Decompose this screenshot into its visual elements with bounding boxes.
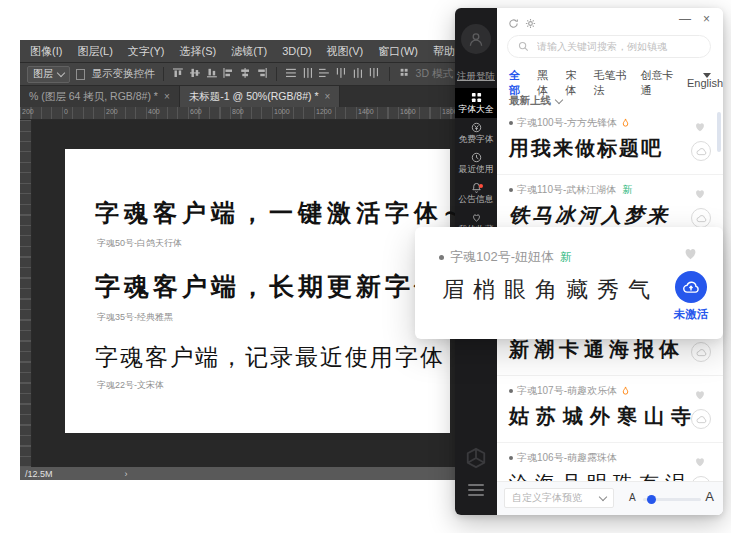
category-dropdown-icon[interactable] [703,73,711,78]
favorite-heart-icon[interactable] [693,453,707,471]
hamburger-menu-icon[interactable] [468,481,484,499]
menu-item-select[interactable]: 选择(S) [180,44,217,59]
ruler-tick: 600 [190,108,202,115]
align-center-icon[interactable] [240,68,251,80]
divider [276,67,277,81]
favorite-heart-icon[interactable] [682,245,699,264]
font-preview-card[interactable]: 字魂102号-妞妞体 新 眉梢眼角藏秀气 未激活 [415,227,723,339]
tab-songti[interactable]: 宋体 [566,68,584,98]
font-size-large-label: A [705,489,714,504]
slider-thumb[interactable] [647,495,656,504]
sidebar-item-font-library[interactable]: 字体大全 [455,88,497,118]
tab-cartoon[interactable]: 创意卡通 [640,68,677,98]
font-size-slider[interactable] [643,498,701,501]
close-button[interactable]: × [703,12,710,26]
scrollbar-thumb[interactable] [717,112,721,152]
login-link[interactable]: 注册登陆 [455,70,497,83]
hot-icon [621,118,630,128]
divider [163,67,164,81]
distribute-middle-icon[interactable] [303,68,314,80]
ruler-tick: 0 [64,108,68,115]
heart-icon [471,212,482,223]
chevron-down-icon [57,68,65,76]
align-middle-icon[interactable] [190,68,201,80]
document-tab[interactable]: % (图层 64 拷贝, RGB/8#) * × [20,86,180,107]
menu-item-image[interactable]: 图像(I) [30,44,62,59]
download-cloud-icon[interactable] [691,409,711,429]
tab-brush[interactable]: 毛笔书法 [594,68,631,98]
align-bottom-icon[interactable] [207,68,218,80]
ruler-tick: 200 [106,108,118,115]
status-chevron-icon[interactable]: › [125,469,128,479]
font-sample-label: 字魂35号-经典雅黑 [97,311,173,324]
search-input[interactable] [535,40,700,53]
layer-mode-dropdown[interactable]: 图层 [27,66,70,83]
section-header: 最新上线 [509,94,562,108]
document-tab-active[interactable]: 未标题-1 @ 50%(RGB/8#) * × [180,86,341,107]
tab-english[interactable]: English [687,77,723,89]
show-transform-checkbox[interactable] [76,69,85,80]
favorite-heart-icon[interactable] [693,185,707,203]
menu-item-type[interactable]: 文字(Y) [128,44,165,59]
vertical-ruler [20,120,32,467]
menu-bar: 图像(I) 图层(L) 文字(Y) 选择(S) 滤镜(T) 3D(D) 视图(V… [20,40,460,63]
download-cloud-icon[interactable] [691,141,711,161]
sidebar-item-label: 字体大全 [459,104,494,113]
sidebar-item-announcements[interactable]: 公告信息 [455,178,497,208]
font-row[interactable]: 字魂100号-方方先锋体 用我来做标题吧 [497,108,723,175]
status-bar: /12.5M › [20,467,460,480]
avatar[interactable] [461,24,491,54]
search-box[interactable] [507,35,711,58]
ruler-tick: 800 [232,108,244,115]
distribute-top-icon[interactable] [286,68,297,80]
document-canvas[interactable]: 字魂客户端，一键激活字体~ 字魂50号-白鸽天行体 字魂客户端，长期更新字体 字… [65,149,450,433]
preview-text-dropdown[interactable]: 自定义字体预览 [504,488,614,508]
refresh-icon[interactable] [508,15,519,33]
menu-item-view[interactable]: 视图(V) [327,44,364,59]
font-name: 字魂106号-萌趣露珠体 [517,451,617,465]
font-sample-label: 字魂50号-白鸽天行体 [97,237,182,250]
settings-gear-icon[interactable] [525,15,536,33]
distribute-bottom-icon[interactable] [319,68,330,80]
minimize-button[interactable]: — [679,12,691,26]
favorite-heart-icon[interactable] [693,386,707,404]
menu-item-3d[interactable]: 3D(D) [282,45,311,57]
ruler-tick: 1200 [316,108,332,115]
grid-icon[interactable] [399,68,410,80]
bullet-dot [509,389,513,393]
download-cloud-icon[interactable] [691,208,711,228]
preview-dropdown-label: 自定义字体预览 [512,491,582,505]
close-icon[interactable]: × [164,91,170,102]
activate-cloud-button[interactable] [675,271,707,303]
menu-item-layer[interactable]: 图层(L) [77,44,112,59]
tab-label: 未标题-1 @ 50%(RGB/8#) * [189,90,319,104]
sidebar-item-recent[interactable]: 最近使用 [455,148,497,178]
favorite-heart-icon[interactable] [693,118,707,136]
menu-item-window[interactable]: 窗口(W) [378,44,418,59]
download-cloud-icon[interactable] [691,342,711,362]
tab-label: % (图层 64 拷贝, RGB/8#) * [29,90,158,104]
clock-icon [471,152,482,163]
distribute-center-icon[interactable] [353,68,364,80]
align-right-icon[interactable] [257,68,268,80]
grid-icon [471,92,482,103]
distribute-left-icon[interactable] [336,68,347,80]
ruler-tick: 200 [22,108,34,115]
menu-item-filter[interactable]: 滤镜(T) [231,44,267,59]
sidebar-item-free-fonts[interactable]: 免费字体 [455,118,497,148]
document-tab-bar: % (图层 64 拷贝, RGB/8#) * × 未标题-1 @ 50%(RGB… [20,86,460,107]
align-top-icon[interactable] [173,68,184,80]
options-bar: 图层 显示变换控件 3D 模式 [20,63,460,86]
ruler-tick: 400 [148,108,160,115]
person-icon [468,31,484,47]
chevron-down-icon[interactable] [555,96,563,104]
bullet-dot [439,255,444,260]
font-row[interactable]: 字魂107号-萌趣欢乐体 姑苏城外寒山寺 [497,376,723,443]
font-size-small-label: A [629,492,636,503]
card-name-line: 字魂102号-妞妞体 新 [439,248,572,266]
new-badge: 新 [622,183,632,197]
distribute-right-icon[interactable] [369,68,380,80]
section-title: 最新上线 [509,94,551,108]
align-left-icon[interactable] [223,68,234,80]
close-icon[interactable]: × [325,91,331,102]
